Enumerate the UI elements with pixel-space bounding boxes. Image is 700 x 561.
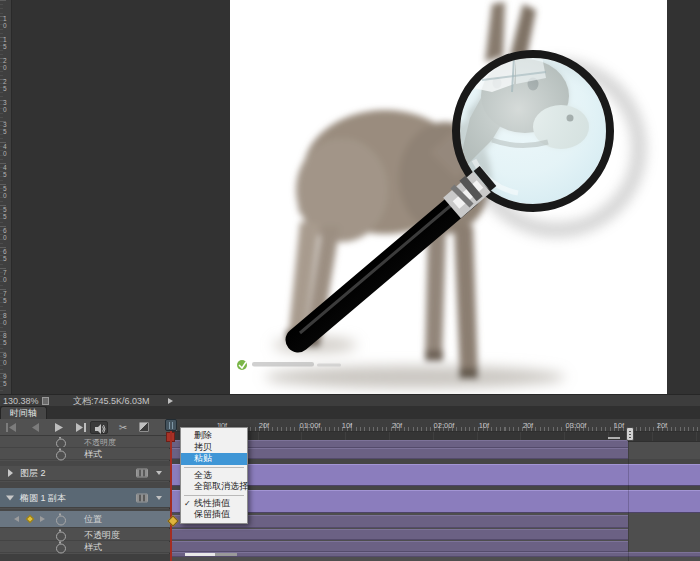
canvas-image-donkey-magnifier — [230, 0, 667, 394]
track-header-clipped-property[interactable]: 不透明度 — [0, 437, 170, 448]
stopwatch-icon[interactable] — [56, 530, 65, 539]
vertical-ruler: 101520253035404550556065707580859095 — [0, 0, 12, 394]
scrollbar-handle[interactable] — [185, 553, 215, 556]
stopwatch-icon[interactable] — [56, 438, 65, 447]
document-icon — [42, 397, 49, 405]
photoshop-window: 101520253035404550556065707580859095 — [0, 0, 700, 561]
track-summary-bar[interactable] — [170, 552, 700, 557]
ruler-number: 90 — [3, 353, 10, 366]
track-header-style[interactable]: 样式 — [0, 542, 170, 553]
menu-item-paste[interactable]: 粘贴 — [181, 453, 247, 465]
ruler-number: 80 — [3, 313, 10, 326]
ruler-number: 70 — [3, 270, 10, 283]
status-bar: 130.38% 文档:745.5K/6.03M — [0, 394, 700, 406]
ruler-number: 20 — [3, 58, 10, 71]
ruler-number: 65 — [3, 249, 10, 262]
menu-item-hold-interpolation[interactable]: 保留插值 — [181, 509, 247, 521]
next-keyframe-icon[interactable] — [40, 516, 45, 522]
timeline-track-area — [170, 419, 700, 561]
stopwatch-icon[interactable] — [56, 450, 65, 459]
play-button[interactable] — [50, 421, 68, 434]
ruler-number: 15 — [3, 37, 10, 50]
menu-separator — [184, 495, 244, 496]
track-header-ellipse-copy[interactable]: 椭圆 1 副本 — [0, 488, 170, 508]
timeline-frame-ruler[interactable] — [170, 419, 700, 432]
track-header-opacity[interactable]: 不透明度 — [0, 529, 170, 541]
tab-timeline[interactable]: 时间轴 — [0, 406, 47, 419]
ruler-number: 75 — [3, 291, 10, 304]
work-area-end-handle[interactable] — [626, 427, 634, 441]
playhead-handle[interactable] — [165, 419, 177, 431]
previous-keyframe-icon[interactable] — [14, 516, 19, 522]
layer-name: 图层 2 — [20, 467, 46, 480]
expand-triangle-icon[interactable] — [8, 469, 13, 477]
menu-item-deselect-all[interactable]: 全部取消选择 — [181, 481, 247, 493]
previous-frame-button[interactable] — [26, 421, 44, 434]
header-bottom-strip — [0, 554, 170, 561]
track-label: 样式 — [84, 541, 102, 554]
ruler-number: 10 — [3, 16, 10, 29]
track-bar-layer2[interactable] — [170, 464, 700, 486]
track-header-layer2[interactable]: 图层 2 — [0, 466, 170, 481]
menu-item-copy[interactable]: 拷贝 — [181, 442, 247, 454]
ruler-number: 25 — [3, 79, 10, 92]
go-to-first-frame-button[interactable] — [2, 421, 20, 434]
timeline-panel: ✂ 不透明度 样式 图层 2 椭圆 1 副本 — [0, 419, 700, 561]
ruler-number: 60 — [3, 228, 10, 241]
stopwatch-icon[interactable] — [56, 543, 65, 552]
document-canvas[interactable] — [230, 0, 667, 394]
ruler-number: 35 — [3, 122, 10, 135]
track-label: 不透明度 — [84, 437, 116, 448]
track-bar-style[interactable] — [170, 541, 628, 552]
track-options-chevron-icon[interactable] — [156, 496, 162, 500]
checkmark-icon: ✓ — [184, 498, 191, 510]
ruler-number: 95 — [3, 374, 10, 387]
ruler-number: 30 — [3, 100, 10, 113]
next-frame-button[interactable] — [72, 421, 90, 434]
track-header-style-top[interactable]: 样式 — [0, 449, 170, 460]
split-at-playhead-button[interactable]: ✂ — [114, 421, 132, 434]
menu-item-linear-interpolation[interactable]: ✓ 线性插值 — [181, 498, 247, 510]
altered-frames-dash — [608, 437, 620, 439]
panel-tab-bar: 时间轴 — [0, 406, 700, 419]
status-options-arrow[interactable] — [168, 398, 173, 404]
work-area-end-line — [628, 432, 629, 561]
ruler-number: 55 — [3, 207, 10, 220]
layer-name: 椭圆 1 副本 — [20, 491, 66, 504]
context-menu: 删除 拷贝 粘贴 全选 全部取消选择 ✓ 线性插值 保留插值 — [180, 427, 248, 524]
video-track-icon — [136, 493, 148, 502]
menu-item-delete[interactable]: 删除 — [181, 430, 247, 442]
track-bar-ellipse-copy[interactable] — [170, 490, 700, 513]
menu-separator — [184, 467, 244, 468]
video-track-icon — [136, 469, 148, 478]
ruler-number: 40 — [3, 144, 10, 157]
timeline-header-column: ✂ 不透明度 样式 图层 2 椭圆 1 副本 — [0, 419, 170, 561]
track-label: 不透明度 — [84, 528, 120, 541]
scrollbar-handle-segment[interactable] — [215, 553, 237, 556]
menu-item-label: 线性插值 — [194, 498, 230, 508]
transition-button[interactable] — [139, 422, 149, 432]
stopwatch-icon[interactable] — [56, 515, 65, 524]
track-header-position[interactable]: 位置 — [0, 511, 170, 528]
track-label: 位置 — [84, 513, 102, 526]
track-options-chevron-icon[interactable] — [156, 471, 162, 475]
keyframe-diamond-icon[interactable] — [26, 515, 34, 523]
collapse-triangle-icon[interactable] — [6, 495, 14, 500]
mute-audio-button[interactable] — [90, 421, 108, 434]
ruler-number: 45 — [3, 165, 10, 178]
track-bar-opacity[interactable] — [170, 529, 628, 540]
ruler-number: 50 — [3, 186, 10, 199]
menu-item-select-all[interactable]: 全选 — [181, 470, 247, 482]
timeline-transport-controls: ✂ — [0, 419, 170, 436]
track-label: 样式 — [84, 448, 102, 461]
ruler-number: 85 — [3, 333, 10, 346]
playhead-line[interactable] — [170, 431, 172, 561]
